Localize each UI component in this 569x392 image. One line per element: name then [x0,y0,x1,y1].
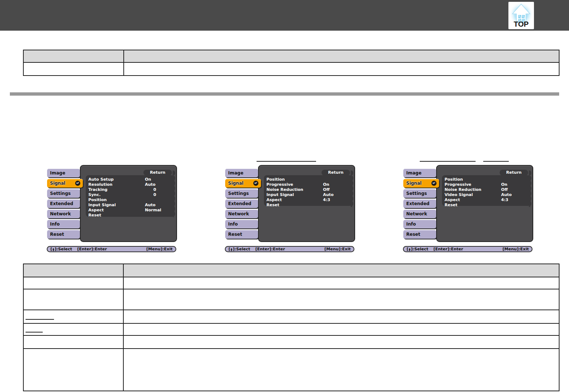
updown-arrows-icon: ▲▼ [231,247,232,251]
table-row [24,349,559,391]
statusbar-right: [Menu]:Exit [324,247,351,251]
enter-return-icon: ↵ [253,181,258,186]
link-underline[interactable] [420,161,476,162]
menu-item-label: Noise Reduction [266,187,303,192]
updown-arrows-icon: ▲▼ [53,247,54,251]
menu-item-value: Auto [501,192,512,197]
menu-item-label: Reset [445,203,457,208]
tab-reset: Reset [403,230,436,239]
menu-item-label: Progressive [266,182,293,187]
table-top-header-row [24,50,559,63]
table-top-column-divider [123,50,124,75]
menu-item-label: Position [266,177,285,182]
menu-item-label: Resolution [88,182,112,187]
tab-settings: Settings [403,189,436,198]
tab-image: Image [47,169,80,177]
menu-item-value: 0 [145,192,156,197]
tab-image: Image [403,169,436,177]
tab-settings: Settings [225,189,258,198]
menu-item-value: On [145,177,151,182]
menu-item-value: 0 [145,187,156,192]
return-button: Return [500,170,528,176]
table-bottom-header-row [24,264,559,277]
enter-return-icon: ↵ [75,181,80,186]
tab-reset: Reset [47,230,80,239]
menu-item-label: Aspect [445,197,460,203]
statusbar-left: [▲▼]:Select[Enter]:Enter [228,247,285,251]
tab-network: Network [47,210,80,218]
tab-info: Info [225,220,258,228]
osd-panel: Return Auto SetupOn ResolutionAuto Track… [80,165,177,242]
osd-panel: Return Position ProgressiveOn Noise Redu… [258,165,355,242]
table-row [24,289,559,310]
tab-signal-selected: Signal↵ [47,179,83,188]
menu-item-label: Video Signal [445,192,473,197]
menu-item-label: Auto Setup [88,177,114,182]
menu-item-label: Reset [266,203,279,208]
menu-item-value: Off [323,187,330,192]
link-underline[interactable] [483,161,509,162]
statusbar-right: [Menu]:Exit [146,247,173,251]
tab-signal-selected: Signal↵ [403,179,439,188]
tab-settings: Settings [47,189,80,198]
osd-statusbar: [▲▼]:Select[Enter]:Enter [Menu]:Exit [225,246,354,252]
osd-statusbar: [▲▼]:Select[Enter]:Enter [Menu]:Exit [47,246,176,252]
menu-item-value: Normal [145,208,161,213]
statusbar-left: [▲▼]:Select[Enter]:Enter [407,247,463,251]
menu-item-label: Input Signal [266,192,294,197]
menu-item-label: Input Signal [88,203,116,208]
tab-extended: Extended [47,199,80,208]
menu-item-value: Off [501,187,508,192]
menu-item-label: Sync. [88,192,101,197]
table-row [24,324,559,336]
tab-info: Info [403,220,436,228]
statusbar-left: [▲▼]:Select[Enter]:Enter [50,247,107,251]
menu-item-label: Aspect [266,197,282,203]
tab-network: Network [403,210,436,218]
osd-statusbar: [▲▼]:Select[Enter]:Enter [Menu]:Exit [403,246,533,252]
menu-item-label: Position [445,177,463,182]
statusbar-right: [Menu]:Exit [503,247,529,251]
tab-signal-selected: Signal↵ [225,179,261,188]
tab-reset: Reset [225,230,258,239]
osd-screenshot-computer: Return Auto SetupOn ResolutionAuto Track… [47,165,177,253]
return-button: Return [143,170,172,176]
menu-item-label: Position [88,197,107,203]
top-logo[interactable]: TOP [508,2,534,29]
osd-screenshot-video: Return Position ProgressiveOn Noise Redu… [403,165,533,253]
menu-item-label: Noise Reduction [445,187,481,192]
osd-panel: Return Position ProgressiveOn Noise Redu… [436,165,533,242]
table-row [24,277,559,289]
tab-image: Image [225,169,258,177]
manual-page: TOP Return Auto SetupOn ResolutionAuto T… [0,0,569,392]
menu-item-value: On [323,182,329,187]
menu-item-value: Auto [145,182,155,187]
header-bar [0,0,569,31]
section-divider [10,92,559,96]
tab-info: Info [47,220,80,228]
menu-item-label: Reset [88,213,101,218]
menu-item-value: 4:3 [501,197,508,203]
return-button: Return [322,170,350,176]
top-logo-label: TOP [508,20,534,28]
menu-item-label: Tracking [88,187,107,192]
osd-scallop-decoration [529,170,533,207]
osd-scallop-decoration [351,170,355,207]
osd-scallop-decoration [173,170,177,217]
table-row [24,310,559,324]
table-top [23,50,560,76]
tab-network: Network [225,210,258,218]
table-top-row [24,63,559,75]
menu-item-value: 4:3 [323,197,330,203]
updown-arrows-icon: ▲▼ [409,247,411,251]
menu-item-value: Auto [323,192,334,197]
menu-item-value: On [501,182,507,187]
table-bottom [23,264,560,391]
table-bottom-column-divider [123,264,124,391]
menu-item-label: Aspect [88,208,104,213]
tab-extended: Extended [225,199,258,208]
link-underline[interactable] [26,332,43,333]
table-row [24,336,559,349]
link-underline[interactable] [257,161,316,162]
link-underline[interactable] [26,319,54,320]
